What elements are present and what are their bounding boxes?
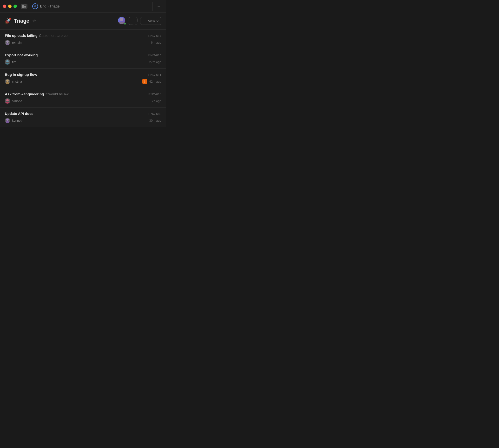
- username: kenneth: [12, 119, 23, 122]
- online-status-indicator: [124, 23, 126, 25]
- issue-id: ENC-589: [149, 112, 161, 116]
- issue-id: ENG-614: [148, 53, 161, 57]
- issue-user: tim: [5, 59, 16, 64]
- issue-title: Update API docs: [5, 112, 33, 116]
- user-avatar: [5, 40, 10, 45]
- svg-point-15: [5, 102, 10, 104]
- view-label: View: [148, 19, 155, 23]
- username: tim: [12, 60, 16, 64]
- user-avatar: [5, 79, 10, 84]
- nav-icon: ⊕: [32, 3, 38, 9]
- issue-item[interactable]: Ask from #engineeringIt would be aw... E…: [0, 88, 166, 108]
- breadcrumb: Eng › Triage: [40, 4, 60, 8]
- issue-id: ENC-610: [149, 93, 161, 96]
- issue-item[interactable]: Update API docs ENC-589 kenneth 30m ago: [0, 108, 166, 127]
- issue-bottom-row: simone 2h ago: [5, 98, 161, 104]
- issue-item[interactable]: Export not working ENG-614 tim 27m ago: [0, 49, 166, 69]
- issue-item[interactable]: Bug in signup flow ENG-611 cristina ! 42…: [0, 69, 166, 88]
- issue-title-area: Export not working: [5, 53, 38, 57]
- issue-item[interactable]: File uploads failingCustomers are co... …: [0, 30, 166, 49]
- issue-meta-right: 30m ago: [149, 119, 161, 122]
- title-bar: ⊕ Eng › Triage +: [0, 0, 166, 13]
- maximize-button[interactable]: [14, 5, 17, 8]
- page-header: 🚀 Triage ☆ View: [0, 13, 166, 30]
- issue-meta-right: ! 42m ago: [142, 79, 161, 84]
- issue-secondary-text: Customers are co...: [39, 33, 71, 38]
- minimize-button[interactable]: [8, 5, 12, 8]
- issue-top-row: Export not working ENG-614: [5, 53, 161, 57]
- svg-point-0: [120, 18, 123, 21]
- chevron-down-icon: [156, 20, 159, 22]
- priority-badge: !: [142, 79, 147, 84]
- username: cristina: [12, 80, 22, 83]
- issue-title-area: File uploads failingCustomers are co...: [5, 33, 71, 38]
- issue-bottom-row: kenneth 30m ago: [5, 118, 161, 123]
- issue-title: Export not working: [5, 53, 38, 57]
- user-avatar: [5, 118, 10, 123]
- issue-title-area: Ask from #engineeringIt would be aw...: [5, 92, 71, 96]
- view-icon: [143, 19, 147, 23]
- svg-point-14: [6, 99, 9, 101]
- timestamp: 42m ago: [149, 80, 161, 83]
- traffic-lights: [3, 5, 17, 8]
- tab-separator: [152, 2, 153, 11]
- issue-user: simone: [5, 98, 22, 104]
- new-tab-button[interactable]: +: [155, 2, 163, 11]
- issue-top-row: Ask from #engineeringIt would be aw... E…: [5, 92, 161, 96]
- timestamp: 27m ago: [149, 60, 161, 64]
- header-actions: View: [118, 17, 161, 25]
- svg-point-16: [6, 118, 9, 121]
- user-avatar: [5, 59, 10, 64]
- filter-button[interactable]: [129, 17, 138, 25]
- filter-icon: [131, 19, 135, 23]
- issue-title: Bug in signup flow: [5, 73, 37, 77]
- favorite-icon[interactable]: ☆: [32, 18, 36, 24]
- timestamp: 2h ago: [152, 99, 161, 103]
- issue-id: ENG-611: [148, 73, 161, 77]
- view-button[interactable]: View: [140, 17, 161, 25]
- username: simone: [12, 99, 22, 103]
- svg-point-11: [5, 63, 10, 64]
- sidebar-toggle-icon: [22, 5, 26, 8]
- issue-top-row: File uploads failingCustomers are co... …: [5, 33, 161, 38]
- triage-icon: 🚀: [5, 18, 11, 24]
- issue-title: File uploads failing: [5, 33, 38, 38]
- issue-title: Ask from #engineering: [5, 92, 44, 96]
- user-avatar: [5, 98, 10, 104]
- page-title: Triage: [14, 18, 29, 24]
- issue-top-row: Update API docs ENC-589: [5, 112, 161, 116]
- issue-bottom-row: romain 6m ago: [5, 40, 161, 45]
- issue-user: cristina: [5, 79, 22, 84]
- issue-meta-right: 6m ago: [151, 41, 161, 44]
- svg-point-12: [6, 80, 9, 82]
- close-button[interactable]: [3, 5, 6, 8]
- issue-meta-right: 27m ago: [149, 60, 161, 64]
- svg-point-13: [5, 82, 10, 84]
- svg-point-8: [6, 40, 9, 43]
- issue-meta-right: 2h ago: [152, 99, 161, 103]
- issue-id: ENG-617: [148, 34, 161, 38]
- svg-point-10: [6, 60, 9, 62]
- timestamp: 6m ago: [151, 41, 161, 44]
- issue-secondary-text: It would be aw...: [46, 92, 72, 96]
- svg-point-9: [5, 43, 10, 45]
- svg-point-17: [5, 121, 10, 123]
- user-avatar-group[interactable]: [118, 17, 126, 25]
- issue-top-row: Bug in signup flow ENG-611: [5, 73, 161, 77]
- issue-title-area: Update API docs: [5, 112, 33, 116]
- breadcrumb-area: ⊕ Eng › Triage: [32, 3, 150, 9]
- issue-bottom-row: tim 27m ago: [5, 59, 161, 64]
- issue-bottom-row: cristina ! 42m ago: [5, 79, 161, 84]
- issue-user: kenneth: [5, 118, 23, 123]
- timestamp: 30m ago: [149, 119, 161, 122]
- username: romain: [12, 41, 22, 44]
- issue-user: romain: [5, 40, 22, 45]
- sidebar-toggle-button[interactable]: [21, 4, 28, 9]
- issue-title-area: Bug in signup flow: [5, 73, 37, 77]
- issue-list: File uploads failingCustomers are co... …: [0, 30, 166, 127]
